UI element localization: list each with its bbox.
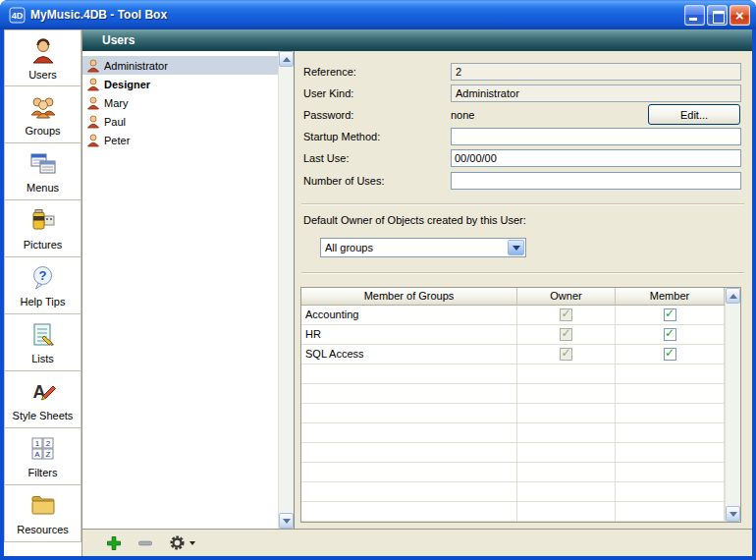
actions-menu-button[interactable] — [169, 534, 195, 551]
close-button[interactable] — [729, 5, 750, 26]
filters-icon: 1 2 A Z — [28, 434, 58, 464]
help-tips-icon: ? — [28, 263, 58, 293]
reference-field: 2 — [451, 63, 741, 81]
svg-text:?: ? — [38, 268, 46, 283]
sidebar-item-help-tips[interactable]: ? Help Tips — [4, 257, 81, 314]
sidebar-item-menus[interactable]: Menus — [4, 143, 81, 200]
separator — [301, 203, 744, 205]
app-icon: 4D — [9, 7, 26, 24]
user-list-scrollbar[interactable] — [278, 51, 294, 529]
owner-checkbox[interactable] — [560, 308, 572, 321]
sidebar-item-users[interactable]: Users — [4, 29, 81, 86]
scroll-track[interactable] — [279, 67, 294, 513]
minimize-button[interactable] — [684, 5, 705, 26]
user-icon — [86, 59, 100, 73]
bottom-toolbar — [82, 529, 752, 556]
owner-checkbox[interactable] — [560, 328, 572, 341]
startup-method-row: Startup Method: — [296, 128, 752, 147]
reference-label: Reference: — [303, 66, 356, 78]
last-use-input[interactable] — [451, 149, 741, 167]
password-value: none — [451, 109, 474, 121]
sidebar-item-label: Menus — [27, 182, 59, 194]
remove-icon — [137, 535, 153, 551]
gear-icon — [169, 534, 186, 551]
column-header-member[interactable]: Member — [616, 288, 725, 306]
user-icon — [86, 96, 100, 110]
last-use-label: Last Use: — [303, 152, 349, 164]
user-list-item[interactable]: Paul — [82, 112, 278, 131]
sidebar-item-label: Help Tips — [21, 296, 66, 308]
user-list-item[interactable]: Administrator — [82, 56, 278, 75]
sidebar-item-groups[interactable]: Groups — [4, 86, 81, 143]
add-icon — [106, 535, 122, 551]
chevron-down-icon — [513, 246, 520, 251]
dropdown-arrow-icon — [189, 541, 195, 545]
remove-user-button[interactable] — [137, 535, 153, 551]
number-of-uses-label: Number of Uses: — [303, 175, 385, 187]
table-row-empty — [301, 443, 725, 463]
user-list-rows: Administrator Designer Mary Paul Peter — [82, 51, 278, 529]
default-owner-label: Default Owner of Objects created by this… — [303, 214, 526, 226]
table-row[interactable]: HR — [301, 325, 725, 345]
sidebar-item-resources[interactable]: Resources — [4, 485, 81, 542]
number-of-uses-row: Number of Uses: — [296, 172, 752, 192]
edit-password-button[interactable]: Edit... — [648, 104, 740, 125]
password-row: Password: none Edit... — [296, 106, 752, 126]
member-checkbox[interactable] — [664, 308, 676, 321]
member-checkbox[interactable] — [664, 348, 676, 361]
user-name: Paul — [104, 116, 126, 128]
member-checkbox[interactable] — [664, 328, 676, 341]
scroll-up-icon[interactable] — [279, 51, 294, 67]
user-list-item[interactable]: Mary — [82, 93, 278, 112]
owner-checkbox[interactable] — [560, 348, 572, 361]
sidebar-item-label: Style Sheets — [13, 410, 74, 421]
section-header: Users — [82, 29, 752, 51]
menus-icon — [28, 149, 58, 179]
table-scrollbar[interactable] — [725, 288, 740, 522]
combo-dropdown-button[interactable] — [508, 240, 524, 255]
table-row-empty — [301, 482, 725, 502]
number-of-uses-input[interactable] — [451, 172, 741, 190]
sidebar-item-label: Groups — [25, 125, 60, 137]
user-name: Designer — [104, 79, 150, 90]
column-header-owner[interactable]: Owner — [517, 288, 616, 306]
resources-icon — [28, 491, 58, 521]
user-kind-field: Administrator — [451, 84, 741, 102]
scroll-down-icon[interactable] — [279, 513, 294, 529]
scroll-track[interactable] — [726, 304, 740, 506]
user-list-item[interactable]: Designer — [82, 75, 278, 93]
pictures-icon — [28, 206, 58, 236]
window-title: MyMusic.4DB - Tool Box — [30, 8, 684, 22]
maximize-button[interactable] — [707, 5, 728, 26]
sidebar-item-label: Lists — [31, 353, 54, 364]
group-name-cell: Accounting — [301, 306, 517, 325]
table-row[interactable]: Accounting — [301, 306, 725, 325]
title-bar[interactable]: 4D MyMusic.4DB - Tool Box — [0, 0, 756, 29]
table-row-empty — [301, 364, 725, 384]
column-header-group[interactable]: Member of Groups — [301, 288, 517, 306]
separator — [301, 272, 744, 274]
reference-row: Reference: 2 — [296, 63, 752, 83]
startup-method-label: Startup Method: — [303, 131, 380, 142]
lists-icon — [28, 320, 58, 350]
user-list-item[interactable]: Peter — [82, 131, 278, 149]
sidebar-item-filters[interactable]: 1 2 A Z Filters — [4, 428, 81, 485]
sidebar-item-style-sheets[interactable]: A Style Sheets — [4, 371, 81, 428]
sidebar-item-label: Resources — [17, 524, 69, 535]
groups-icon — [28, 92, 58, 122]
svg-text:A: A — [34, 450, 40, 459]
startup-method-input[interactable] — [451, 128, 741, 145]
scroll-down-icon[interactable] — [726, 506, 740, 522]
table-row-empty — [301, 463, 725, 482]
table-row-empty — [301, 423, 725, 443]
svg-text:Z: Z — [45, 450, 50, 459]
scroll-up-icon[interactable] — [726, 288, 740, 304]
default-owner-select[interactable]: All groups — [320, 238, 526, 257]
sidebar-item-label: Pictures — [24, 239, 63, 251]
table-row[interactable]: SQL Access — [301, 345, 725, 364]
user-kind-row: User Kind: Administrator — [296, 84, 752, 104]
sidebar-item-pictures[interactable]: Pictures — [4, 200, 81, 257]
user-list: Administrator Designer Mary Paul Peter — [82, 51, 295, 529]
sidebar-item-lists[interactable]: Lists — [4, 314, 81, 371]
add-user-button[interactable] — [106, 535, 122, 551]
